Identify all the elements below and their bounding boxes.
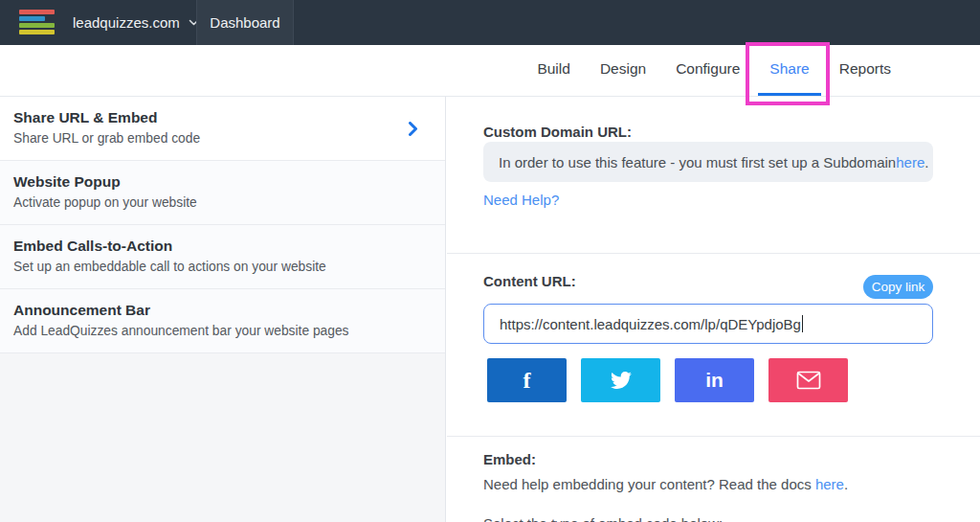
tab-design[interactable]: Design: [589, 45, 657, 96]
sidebar-item-embed-cta[interactable]: Embed Calls-to-Action Set up an embeddab…: [0, 225, 445, 289]
text-cursor: [802, 315, 803, 332]
tab-share[interactable]: Share: [758, 45, 820, 96]
logo-bar-green: [19, 23, 55, 28]
clipped-bottom-text: Select the type of embed code below:: [483, 515, 723, 522]
share-linkedin-button[interactable]: in: [675, 358, 754, 402]
subdomain-notice: In order to use this feature - you must …: [483, 142, 933, 182]
share-twitter-button[interactable]: [581, 358, 660, 402]
sidebar-item-title: Announcement Bar: [13, 302, 430, 319]
top-navbar: leadquizzes.com Dashboard: [0, 0, 980, 45]
section-divider: [447, 436, 980, 437]
content-url-input[interactable]: https://content.leadquizzes.com/lp/qDEYp…: [483, 304, 933, 344]
tab-build[interactable]: Build: [525, 45, 581, 96]
sidebar-item-share-url-embed[interactable]: Share URL & Embed Share URL or grab embe…: [0, 97, 445, 161]
share-main-panel: Custom Domain URL: In order to use this …: [447, 97, 980, 522]
content-tabs: Build Design Configure Share Reports: [0, 45, 980, 97]
share-options-sidebar: Share URL & Embed Share URL or grab embe…: [0, 97, 446, 522]
embed-help-prefix: Need help embedding your content? Read t…: [483, 476, 815, 492]
custom-domain-label: Custom Domain URL:: [483, 124, 632, 140]
sidebar-item-subtitle: Share URL or grab embed code: [13, 131, 430, 146]
email-icon: [796, 371, 821, 390]
logo-bar-yellow: [19, 30, 55, 34]
sidebar-item-website-popup[interactable]: Website Popup Activate popup on your web…: [0, 161, 445, 225]
menu-logo-icon[interactable]: [19, 10, 55, 35]
logo-bar-blue: [19, 16, 45, 21]
sidebar-item-subtitle: Activate popup on your website: [13, 195, 430, 210]
account-name: leadquizzes.com: [73, 14, 180, 31]
content-url-label: Content URL:: [483, 273, 576, 289]
content-url-value: https://content.leadquizzes.com/lp/qDEYp…: [500, 316, 801, 332]
sidebar-item-subtitle: Add LeadQuizzes announcement bar your we…: [13, 324, 430, 338]
sidebar-item-title: Embed Calls-to-Action: [13, 238, 430, 255]
sidebar-item-announcement-bar[interactable]: Announcement Bar Add LeadQuizzes announc…: [0, 289, 445, 353]
need-help-link[interactable]: Need Help?: [483, 192, 559, 208]
nav-tab-dashboard[interactable]: Dashboard: [196, 0, 294, 45]
embed-label: Embed:: [483, 451, 536, 467]
share-facebook-button[interactable]: f: [487, 358, 567, 402]
section-divider: [447, 253, 980, 254]
logo-bar-red: [19, 10, 55, 14]
facebook-icon: f: [523, 368, 531, 394]
subdomain-here-link[interactable]: here: [896, 154, 924, 170]
copy-link-button[interactable]: Copy link: [863, 275, 933, 299]
twitter-icon: [611, 370, 632, 391]
sidebar-item-title: Share URL & Embed: [13, 109, 430, 126]
account-dropdown[interactable]: leadquizzes.com: [73, 0, 199, 45]
chevron-right-icon: [408, 122, 418, 140]
notice-text: In order to use this feature - you must …: [499, 154, 896, 170]
social-share-row: f in: [487, 358, 848, 402]
sidebar-item-title: Website Popup: [13, 173, 430, 191]
tab-reports[interactable]: Reports: [828, 45, 902, 96]
linkedin-icon: in: [705, 369, 724, 392]
share-email-button[interactable]: [768, 358, 848, 402]
dashboard-label: Dashboard: [210, 14, 279, 31]
leadquizzes-share-page: leadquizzes.com Dashboard Build Design C…: [0, 0, 980, 522]
sidebar-item-subtitle: Set up an embeddable call to actions on …: [13, 260, 430, 274]
embed-help-period: .: [844, 476, 848, 492]
embed-help-text: Need help embedding your content? Read t…: [483, 476, 848, 492]
docs-here-link[interactable]: here: [815, 476, 844, 492]
notice-period: .: [924, 154, 928, 170]
tab-configure[interactable]: Configure: [664, 45, 751, 96]
